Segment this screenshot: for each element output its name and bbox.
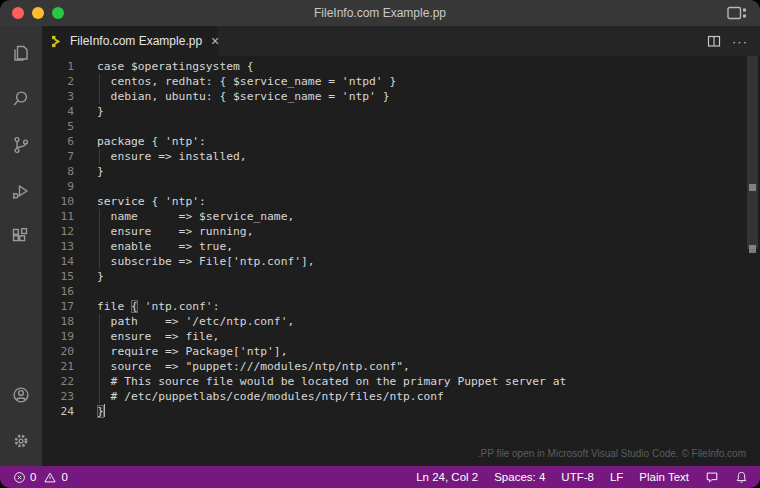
- line-number: 4: [42, 104, 74, 119]
- vscode-window: FileInfo.com Example.pp: [0, 0, 760, 488]
- code-text: file { 'ntp.conf':: [97, 299, 219, 314]
- code-text: source => "puppet:///modules/ntp/ntp.con…: [97, 359, 410, 374]
- code-text: subscribe => File['ntp.conf'],: [97, 254, 315, 269]
- indent-guide: [99, 329, 100, 344]
- sidebar-item-search[interactable]: [0, 78, 42, 124]
- code-line[interactable]: 16: [42, 284, 760, 299]
- git-branch-icon: [9, 133, 33, 161]
- sidebar-item-run-debug[interactable]: [0, 170, 42, 216]
- notifications-bell-icon[interactable]: [735, 470, 748, 484]
- sidebar-item-extensions[interactable]: [0, 216, 42, 262]
- line-number: 8: [42, 164, 74, 179]
- line-number: 23: [42, 389, 74, 404]
- code-line[interactable]: 8}: [42, 164, 760, 179]
- code-text: package { 'ntp':: [97, 134, 206, 149]
- customize-layout-icon[interactable]: [726, 5, 748, 21]
- code-text: ensure => file,: [97, 329, 219, 344]
- line-number: 7: [42, 149, 74, 164]
- sidebar-item-source-control[interactable]: [0, 124, 42, 170]
- code-line[interactable]: 5: [42, 119, 760, 134]
- encoding-setting[interactable]: UTF-8: [561, 471, 594, 483]
- line-number: 20: [42, 344, 74, 359]
- files-icon: [9, 41, 33, 69]
- code-text: service { 'ntp':: [97, 194, 206, 209]
- sidebar-item-explorer[interactable]: [0, 32, 42, 78]
- code-line[interactable]: 4}: [42, 104, 760, 119]
- vertical-scrollbar[interactable]: [747, 56, 758, 249]
- gear-icon: [9, 429, 33, 457]
- line-number: 12: [42, 224, 74, 239]
- code-text: ensure => running,: [97, 224, 253, 239]
- code-text: name => $service_name,: [97, 209, 294, 224]
- code-editor[interactable]: 1case $operatingsystem {2 centos, redhat…: [42, 56, 760, 466]
- code-line[interactable]: 23 # /etc/puppetlabs/code/modules/ntp/fi…: [42, 389, 760, 404]
- code-line[interactable]: 21 source => "puppet:///modules/ntp/ntp.…: [42, 359, 760, 374]
- line-number: 14: [42, 254, 74, 269]
- indentation-setting[interactable]: Spaces: 4: [494, 471, 545, 483]
- search-icon: [9, 87, 33, 115]
- problems-indicator[interactable]: 0 0: [13, 471, 68, 484]
- code-text: }: [97, 104, 104, 119]
- line-number: 11: [42, 209, 74, 224]
- line-number: 17: [42, 299, 74, 314]
- editor-watermark: .PP file open in Microsoft Visual Studio…: [478, 448, 746, 459]
- code-line[interactable]: 14 subscribe => File['ntp.conf'],: [42, 254, 760, 269]
- title-bar: FileInfo.com Example.pp: [0, 0, 760, 26]
- error-icon: [13, 471, 26, 484]
- indent-guide: [99, 314, 100, 329]
- code-line[interactable]: 22 # This source file would be located o…: [42, 374, 760, 389]
- code-line[interactable]: 13 enable => true,: [42, 239, 760, 254]
- code-line[interactable]: 3 debian, ubuntu: { $service_name = 'ntp…: [42, 89, 760, 104]
- tab-close-icon[interactable]: ×: [208, 33, 222, 49]
- close-window-button[interactable]: [12, 7, 24, 19]
- language-mode[interactable]: Plain Text: [639, 471, 689, 483]
- line-number: 1: [42, 59, 74, 74]
- code-line[interactable]: 1case $operatingsystem {: [42, 59, 760, 74]
- code-line[interactable]: 20 require => Package['ntp'],: [42, 344, 760, 359]
- code-line[interactable]: 15}: [42, 269, 760, 284]
- minimize-window-button[interactable]: [32, 7, 44, 19]
- feedback-icon[interactable]: [705, 470, 719, 484]
- code-line[interactable]: 18 path => '/etc/ntp.conf',: [42, 314, 760, 329]
- error-count: 0: [30, 471, 36, 483]
- code-line[interactable]: 11 name => $service_name,: [42, 209, 760, 224]
- editor-group: FileInfo.com Example.pp × ··· 1case $ope…: [42, 26, 760, 466]
- indent-guide: [99, 374, 100, 389]
- line-number: 9: [42, 179, 74, 194]
- code-line[interactable]: 9: [42, 179, 760, 194]
- code-text: # This source file would be located on t…: [97, 374, 566, 389]
- warning-count: 0: [61, 471, 67, 483]
- tab-bar: FileInfo.com Example.pp × ···: [42, 26, 760, 56]
- settings-button[interactable]: [0, 420, 42, 466]
- extensions-icon: [9, 225, 33, 253]
- code-line[interactable]: 10service { 'ntp':: [42, 194, 760, 209]
- code-line[interactable]: 6package { 'ntp':: [42, 134, 760, 149]
- status-bar: 0 0 Ln 24, Col 2 Spaces: 4 UTF-8 LF Plai…: [0, 466, 760, 488]
- line-number: 10: [42, 194, 74, 209]
- line-number: 22: [42, 374, 74, 389]
- line-number: 19: [42, 329, 74, 344]
- line-number: 18: [42, 314, 74, 329]
- account-icon: [9, 383, 33, 411]
- code-line[interactable]: 12 ensure => running,: [42, 224, 760, 239]
- debug-play-icon: [9, 179, 33, 207]
- code-line[interactable]: 17file { 'ntp.conf':: [42, 299, 760, 314]
- split-editor-icon[interactable]: [706, 33, 722, 49]
- code-line[interactable]: 2 centos, redhat: { $service_name = 'ntp…: [42, 74, 760, 89]
- code-text: case $operatingsystem {: [97, 59, 253, 74]
- code-line[interactable]: 7 ensure => installed,: [42, 149, 760, 164]
- code-text: }: [97, 404, 105, 419]
- code-text: centos, redhat: { $service_name = 'ntpd'…: [97, 74, 396, 89]
- tab-fileinfo-example[interactable]: FileInfo.com Example.pp ×: [42, 26, 218, 56]
- cursor-position[interactable]: Ln 24, Col 2: [416, 471, 478, 483]
- code-text: path => '/etc/ntp.conf',: [97, 314, 294, 329]
- zoom-window-button[interactable]: [52, 7, 64, 19]
- code-line[interactable]: 24}: [42, 404, 760, 419]
- editor-actions: ···: [706, 26, 760, 56]
- line-number: 6: [42, 134, 74, 149]
- eol-setting[interactable]: LF: [610, 471, 623, 483]
- code-text: }: [97, 269, 104, 284]
- code-line[interactable]: 19 ensure => file,: [42, 329, 760, 344]
- accounts-button[interactable]: [0, 374, 42, 420]
- more-actions-icon[interactable]: ···: [732, 34, 748, 49]
